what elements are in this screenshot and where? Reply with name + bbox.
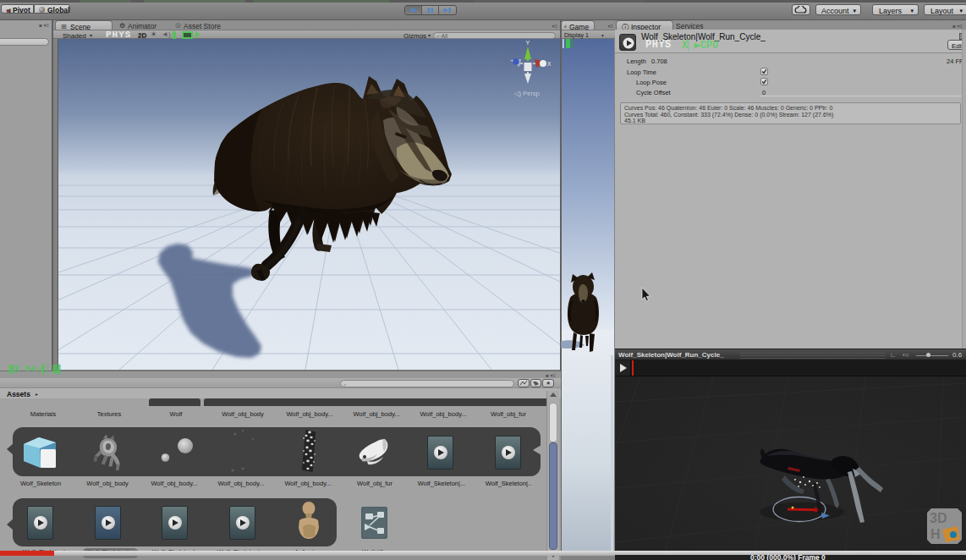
svg-text:Y: Y	[526, 40, 530, 46]
svg-text:X: X	[547, 61, 552, 67]
svg-text:H: H	[930, 527, 941, 541]
svg-text:3D: 3D	[930, 511, 947, 525]
svg-text:◁) Persp: ◁) Persp	[514, 90, 540, 97]
